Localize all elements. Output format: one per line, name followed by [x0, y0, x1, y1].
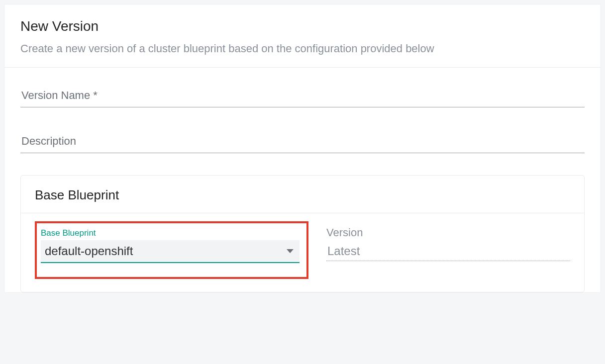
base-blueprint-body: Base Blueprint default-openshift Version: [21, 213, 584, 292]
page-subtitle: Create a new version of a cluster bluepr…: [20, 42, 585, 55]
field-description: [20, 129, 585, 153]
version-label: Version: [326, 226, 570, 239]
base-blueprint-select-wrap: Base Blueprint default-openshift: [41, 228, 300, 263]
description-input[interactable]: [20, 129, 585, 153]
version-field-wrap: Version: [326, 226, 570, 261]
version-input[interactable]: [326, 241, 570, 261]
base-blueprint-card: Base Blueprint Base Blueprint default-op…: [20, 175, 585, 292]
base-blueprint-select[interactable]: default-openshift: [41, 240, 300, 263]
chevron-down-icon: [287, 249, 294, 253]
form-header: New Version Create a new version of a cl…: [4, 4, 601, 68]
page-title: New Version: [20, 18, 585, 34]
base-blueprint-select-label: Base Blueprint: [41, 228, 300, 238]
form-body: Base Blueprint Base Blueprint default-op…: [4, 68, 601, 292]
highlight-box: Base Blueprint default-openshift: [35, 221, 308, 279]
base-blueprint-select-value: default-openshift: [45, 244, 287, 258]
version-name-input[interactable]: [20, 84, 585, 107]
base-blueprint-header: Base Blueprint: [21, 176, 584, 213]
field-version-name: [20, 84, 585, 107]
form-card: New Version Create a new version of a cl…: [4, 4, 601, 293]
page: New Version Create a new version of a cl…: [0, 0, 605, 364]
base-blueprint-title: Base Blueprint: [35, 187, 570, 203]
